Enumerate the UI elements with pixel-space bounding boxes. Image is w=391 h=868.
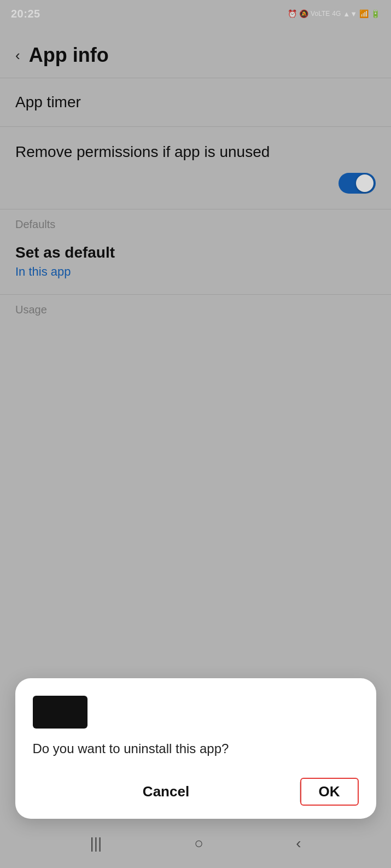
dialog-buttons: Cancel OK [33,778,359,806]
uninstall-dialog: Do you want to uninstall this app? Cance… [15,678,376,819]
dialog-message: Do you want to uninstall this app? [33,739,359,758]
dialog-overlay: Do you want to uninstall this app? Cance… [0,0,391,868]
ok-button[interactable]: OK [300,778,359,806]
app-icon-placeholder [33,696,87,729]
cancel-button[interactable]: Cancel [33,778,300,806]
